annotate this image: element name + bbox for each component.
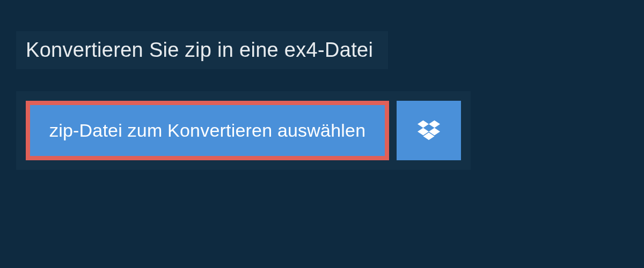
dropbox-icon: [418, 118, 440, 143]
dropbox-button[interactable]: [397, 101, 461, 160]
file-select-button-row: zip-Datei zum Konvertieren auswählen: [16, 91, 471, 170]
select-file-button[interactable]: zip-Datei zum Konvertieren auswählen: [26, 101, 389, 160]
page-heading: Konvertieren Sie zip in eine ex4-Datei: [16, 31, 388, 69]
